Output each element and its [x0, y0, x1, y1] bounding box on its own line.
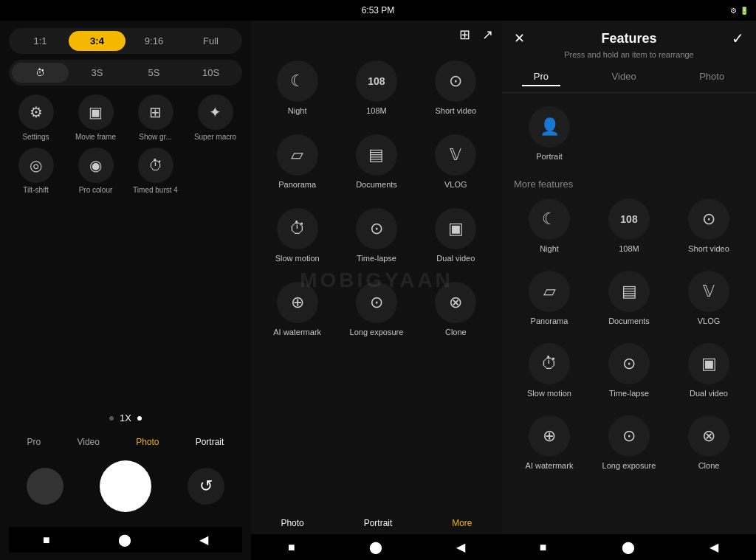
nav-stop-right[interactable]: ■ [540, 541, 547, 554]
mode-super-macro[interactable]: ✦ Super macro [188, 94, 242, 142]
feature-long-exposure[interactable]: ⊙ Long exposure [591, 408, 667, 477]
cam-mode-slow-motion[interactable]: ⏱ Slow motion [258, 199, 336, 272]
mode-movie-frame[interactable]: ▣ Movie frame [69, 94, 123, 142]
grid-icon: ⊞ [138, 94, 173, 130]
timer-5s[interactable]: 5S [126, 63, 182, 83]
feature-panorama[interactable]: ▱ Panorama [511, 263, 588, 333]
cam-mode-documents[interactable]: ▤ Documents [337, 125, 415, 198]
timer-row: ⏱ 3S 5S 10S [9, 60, 242, 86]
tab-video[interactable]: Video [77, 437, 99, 447]
nav-home-middle[interactable]: ⬤ [369, 540, 382, 554]
middle-tab-more[interactable]: More [452, 518, 472, 528]
features-tab-pro[interactable]: Pro [522, 68, 560, 86]
feature-clone[interactable]: ⊗ Clone [670, 408, 747, 477]
nav-home-left[interactable]: ⬤ [118, 533, 131, 547]
feature-dual-video-label: Dual video [690, 389, 728, 398]
features-tab-photo[interactable]: Photo [687, 68, 736, 86]
settings-icon: ⚙ [730, 7, 737, 15]
cam-mode-108m[interactable]: 108 108M [337, 52, 415, 124]
close-features-button[interactable]: ✕ [514, 30, 536, 46]
cam-mode-short-video[interactable]: ⊙ Short video [417, 52, 495, 124]
cam-mode-clone[interactable]: ⊗ Clone [417, 273, 495, 345]
thumbnail-circle[interactable] [27, 468, 63, 505]
ai-watermark-icon: ⊕ [277, 282, 318, 323]
middle-camera-panel: ⊞ ↗ MOBIGYAAN ☾ Night 108 108M ⊙ Short v… [251, 21, 502, 560]
ratio-9-16[interactable]: 9:16 [126, 31, 182, 51]
cam-mode-panorama[interactable]: ▱ Panorama [258, 125, 336, 198]
108m-icon: 108 [356, 61, 397, 102]
ratio-full[interactable]: Full [182, 31, 239, 51]
feature-documents-icon: ▤ [608, 271, 650, 312]
mode-show-grid[interactable]: ⊞ Show gr... [128, 94, 182, 142]
cam-mode-ai-watermark[interactable]: ⊕ AI watermark [258, 273, 336, 345]
ai-watermark-label: AI watermark [273, 328, 321, 336]
feature-108m-label: 108M [619, 244, 639, 253]
timer-10s[interactable]: 10S [182, 63, 239, 83]
tab-portrait[interactable]: Portrait [196, 437, 224, 447]
vlog-label: VLOG [444, 180, 467, 189]
mode-macro-label: Super macro [194, 133, 236, 142]
nav-back-middle[interactable]: ◀ [456, 540, 465, 554]
nav-home-right[interactable]: ⬤ [622, 540, 635, 554]
cam-mode-vlog[interactable]: 𝕍 VLOG [417, 125, 495, 198]
zoom-indicator: 1X [9, 408, 242, 428]
rotate-camera-button[interactable]: ↺ [188, 468, 224, 505]
feature-documents[interactable]: ▤ Documents [591, 263, 667, 333]
feature-dual-video[interactable]: ▣ Dual video [670, 336, 747, 405]
feature-short-video[interactable]: ⊙ Short video [670, 191, 747, 260]
mode-grid-label: Show gr... [139, 133, 171, 142]
middle-header: ⊞ ↗ [251, 21, 502, 49]
feature-night[interactable]: ☾ Night [511, 191, 588, 260]
mode-pro-colour-label: Pro colour [79, 186, 113, 195]
feature-short-video-label: Short video [688, 244, 729, 253]
status-icons: ⚙ 🔋 [730, 7, 749, 15]
shutter-button[interactable] [100, 460, 151, 512]
tab-photo[interactable]: Photo [136, 437, 159, 447]
mode-pro-colour[interactable]: ◉ Pro colour [69, 148, 123, 195]
tilt-shift-icon: ◎ [18, 148, 54, 183]
portrait-label: Portrait [536, 152, 562, 161]
middle-tab-photo[interactable]: Photo [281, 518, 303, 528]
feature-vlog[interactable]: 𝕍 VLOG [670, 263, 747, 333]
timelapse-label: Time-lapse [357, 254, 396, 263]
mode-timed-burst[interactable]: ⏱ Timed burst 4 [128, 148, 182, 195]
cam-mode-night[interactable]: ☾ Night [258, 52, 336, 124]
features-subtitle: Press and hold an item to rearrange [502, 50, 756, 65]
feature-timelapse[interactable]: ⊙ Time-lapse [591, 336, 667, 405]
timer-3s[interactable]: 3S [69, 63, 126, 83]
clone-icon: ⊗ [435, 282, 476, 323]
feature-ai-watermark[interactable]: ⊕ AI watermark [511, 408, 588, 477]
confirm-features-button[interactable]: ✓ [722, 30, 744, 47]
documents-icon: ▤ [356, 134, 397, 176]
main-features-grid: 👤 Portrait [511, 99, 747, 168]
macro-icon: ✦ [198, 94, 233, 130]
mode-settings[interactable]: ⚙ Settings [9, 94, 63, 142]
feature-night-label: Night [540, 244, 559, 253]
ratio-3-4[interactable]: 3:4 [69, 31, 126, 51]
features-title: Features [536, 31, 722, 46]
nav-stop-middle[interactable]: ■ [288, 541, 295, 554]
cam-mode-timelapse[interactable]: ⊙ Time-lapse [337, 199, 415, 272]
timer-off[interactable]: ⏱ [12, 63, 69, 83]
tab-pro[interactable]: Pro [27, 437, 41, 447]
nav-stop-left[interactable]: ■ [43, 533, 50, 547]
mode-tilt-shift[interactable]: ◎ Tilt-shift [9, 148, 63, 195]
feature-108m[interactable]: 108 108M [591, 191, 667, 260]
feature-dual-video-icon: ▣ [688, 343, 729, 384]
feature-portrait[interactable]: 👤 Portrait [511, 99, 588, 168]
cam-mode-dual-video[interactable]: ▣ Dual video [417, 199, 495, 272]
share-icon[interactable]: ↗ [482, 27, 493, 43]
middle-tab-portrait[interactable]: Portrait [364, 518, 393, 528]
features-tab-video[interactable]: Video [600, 68, 648, 86]
feature-ai-watermark-icon: ⊕ [529, 415, 570, 457]
status-time: 6:53 PM [362, 5, 395, 15]
nav-back-left[interactable]: ◀ [199, 533, 208, 547]
feature-short-video-icon: ⊙ [688, 198, 729, 240]
clone-label: Clone [445, 328, 467, 336]
nav-back-right[interactable]: ◀ [709, 540, 718, 554]
cam-mode-long-exposure[interactable]: ⊙ Long exposure [337, 273, 415, 345]
zoom-level[interactable]: 1X [120, 412, 131, 424]
ratio-1-1[interactable]: 1:1 [12, 31, 69, 51]
feature-slow-motion[interactable]: ⏱ Slow motion [511, 336, 588, 405]
grid-apps-icon[interactable]: ⊞ [459, 27, 470, 43]
